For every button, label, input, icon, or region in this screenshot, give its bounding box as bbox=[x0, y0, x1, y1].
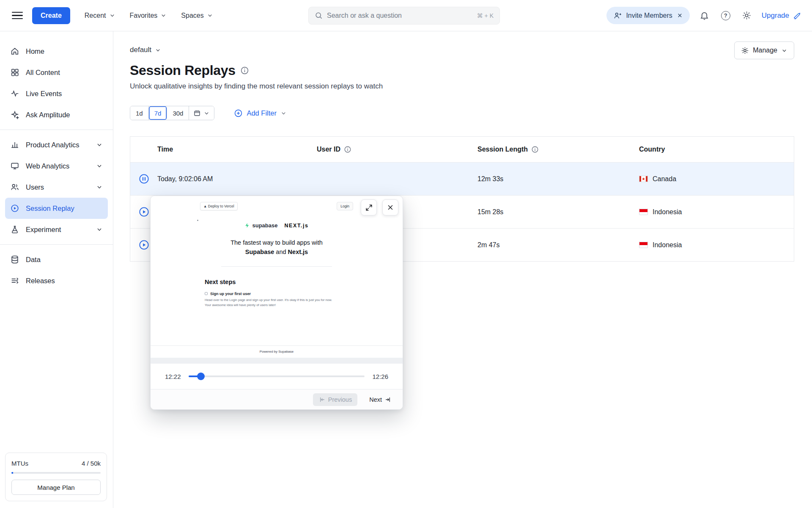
sidebar-item-releases[interactable]: Releases bbox=[5, 270, 108, 291]
column-header-country: Country bbox=[639, 146, 794, 153]
sidebar-item-ask-amplitude[interactable]: Ask Amplitude bbox=[5, 104, 108, 125]
sparkle-icon bbox=[10, 110, 19, 119]
plus-circle-icon bbox=[234, 109, 243, 118]
add-filter-button[interactable]: Add Filter bbox=[234, 109, 287, 118]
search-shortcut: ⌘ + K bbox=[477, 12, 494, 19]
popup-footer: Previous Next bbox=[151, 389, 403, 409]
flask-icon bbox=[10, 225, 19, 234]
project-selector[interactable]: default bbox=[130, 46, 161, 54]
manage-plan-button[interactable]: Manage Plan bbox=[11, 480, 101, 495]
gear-icon bbox=[742, 11, 752, 20]
navbar-right: Invite Members ? Upgrade bbox=[606, 7, 801, 24]
next-steps-title: Next steps bbox=[205, 279, 403, 285]
notifications-bell-button[interactable] bbox=[698, 9, 711, 22]
expand-replay-button[interactable] bbox=[361, 199, 377, 215]
sidebar-item-data[interactable]: Data bbox=[5, 249, 108, 270]
sidebar: Home All Content Live Events Ask Amplitu… bbox=[0, 31, 113, 508]
close-icon bbox=[387, 204, 394, 211]
bar-chart-icon bbox=[10, 140, 19, 149]
invite-members-button[interactable]: Invite Members bbox=[606, 7, 689, 24]
session-country: Indonesia bbox=[639, 241, 794, 249]
sidebar-item-experiment[interactable]: Experiment bbox=[5, 219, 108, 240]
create-button[interactable]: Create bbox=[32, 7, 70, 24]
play-replay-button[interactable] bbox=[138, 206, 150, 218]
powered-by-footer: Powered by Supabase bbox=[151, 345, 403, 358]
playback-knob[interactable] bbox=[197, 373, 205, 380]
sidebar-item-web-analytics[interactable]: Web Analytics bbox=[5, 155, 108, 177]
mtu-usage-card: MTUs 4 / 50k Manage Plan bbox=[5, 453, 107, 501]
chevron-down-icon bbox=[96, 141, 103, 148]
chevron-down-icon bbox=[160, 12, 167, 19]
mini-login-button: Login bbox=[337, 202, 353, 210]
chevron-down-icon bbox=[280, 110, 287, 116]
session-time: Today, 9:02:06 AM bbox=[157, 175, 317, 183]
chevron-down-icon bbox=[96, 163, 103, 169]
user-id-info-icon[interactable] bbox=[344, 146, 351, 153]
expand-icon bbox=[365, 204, 373, 212]
page-title: Session Replays bbox=[130, 63, 236, 78]
sidebar-item-session-replay[interactable]: Session Replay bbox=[5, 198, 108, 219]
replay-viewport: ▲ Deploy to Vercel Login supabase NEXT.j… bbox=[151, 196, 403, 364]
replay-preview-popup: ▲ Deploy to Vercel Login supabase NEXT.j… bbox=[150, 196, 403, 410]
search-icon bbox=[315, 11, 323, 19]
session-length: 2m 47s bbox=[477, 241, 639, 249]
indonesia-flag-icon bbox=[639, 209, 648, 215]
spaces-menu[interactable]: Spaces bbox=[177, 8, 217, 23]
sidebar-divider bbox=[0, 130, 113, 130]
session-length: 12m 33s bbox=[477, 175, 639, 183]
title-info-icon[interactable] bbox=[240, 66, 249, 75]
deploy-vercel-badge: ▲ Deploy to Vercel bbox=[200, 202, 238, 210]
settings-button[interactable] bbox=[741, 9, 753, 22]
favorites-menu[interactable]: Favorites bbox=[126, 8, 171, 23]
sidebar-item-live-events[interactable]: Live Events bbox=[5, 83, 108, 104]
next-step-item: Sign up your first user Head over to the… bbox=[205, 292, 336, 308]
supabase-logo: supabase bbox=[244, 222, 277, 229]
mini-divider bbox=[221, 266, 332, 267]
previous-session-button[interactable]: Previous bbox=[313, 393, 357, 406]
playback-slider[interactable] bbox=[189, 375, 365, 377]
monitor-icon bbox=[10, 161, 19, 171]
custom-date-button[interactable] bbox=[189, 106, 214, 120]
checkbox-icon bbox=[205, 292, 208, 295]
page-subtitle: Unlock qualitative insights by finding t… bbox=[130, 82, 794, 91]
playback-controls: 12:22 12:26 bbox=[151, 364, 403, 389]
chevron-down-icon bbox=[155, 47, 161, 53]
play-replay-button[interactable] bbox=[138, 239, 150, 251]
releases-icon bbox=[10, 276, 19, 285]
next-session-button[interactable]: Next bbox=[368, 393, 392, 406]
mtu-label: MTUs bbox=[11, 460, 28, 467]
sidebar-item-all-content[interactable]: All Content bbox=[5, 62, 108, 83]
chevron-down-icon bbox=[96, 184, 103, 190]
range-1d-button[interactable]: 1d bbox=[130, 106, 149, 120]
sidebar-item-product-analytics[interactable]: Product Analytics bbox=[5, 134, 108, 155]
chevron-down-icon bbox=[96, 226, 103, 233]
sidebar-item-home[interactable]: Home bbox=[5, 41, 108, 62]
mtu-value: 4 / 50k bbox=[82, 460, 101, 467]
range-30d-button[interactable]: 30d bbox=[167, 106, 189, 120]
table-row[interactable]: Today, 9:02:06 AM 12m 33s Canada bbox=[130, 162, 794, 195]
column-header-user-id: User ID bbox=[317, 146, 477, 153]
database-icon bbox=[10, 255, 19, 264]
hamburger-menu-button[interactable] bbox=[12, 10, 23, 21]
previous-icon bbox=[318, 396, 325, 403]
chevron-down-icon bbox=[781, 47, 787, 54]
search-input[interactable] bbox=[327, 12, 473, 19]
global-search[interactable]: ⌘ + K bbox=[308, 7, 500, 25]
session-length: 15m 28s bbox=[477, 208, 639, 216]
upgrade-button[interactable]: Upgrade bbox=[762, 11, 801, 20]
playback-end-time: 12:26 bbox=[372, 373, 388, 380]
play-circle-icon bbox=[10, 204, 19, 213]
recent-menu[interactable]: Recent bbox=[80, 8, 120, 23]
manage-button[interactable]: Manage bbox=[734, 41, 794, 59]
session-country: Canada bbox=[639, 175, 794, 183]
sidebar-item-users[interactable]: Users bbox=[5, 177, 108, 198]
home-icon bbox=[10, 47, 19, 56]
close-popup-button[interactable] bbox=[382, 199, 398, 215]
session-length-info-icon[interactable] bbox=[531, 146, 539, 153]
pause-replay-button[interactable] bbox=[138, 173, 150, 185]
chevron-down-icon bbox=[109, 12, 115, 19]
range-7d-button[interactable]: 7d bbox=[149, 106, 167, 120]
indonesia-flag-icon bbox=[639, 242, 648, 248]
help-button[interactable]: ? bbox=[719, 9, 732, 22]
dismiss-invite-icon[interactable] bbox=[677, 12, 683, 19]
